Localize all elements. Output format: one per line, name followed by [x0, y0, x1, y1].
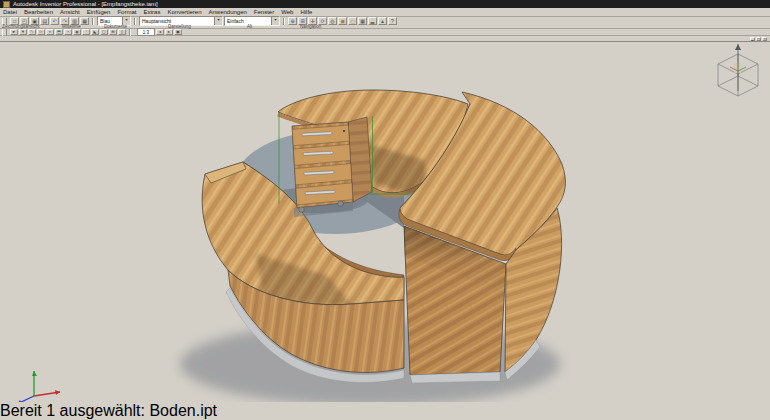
- look-at-icon[interactable]: ◎: [328, 17, 337, 25]
- update-icon[interactable]: ⟳: [37, 29, 45, 35]
- mdi-window-button[interactable]: ▁: [750, 37, 755, 41]
- mdi-window-button[interactable]: ▢: [756, 37, 761, 41]
- position-rep-value: Einfach: [227, 18, 244, 24]
- application-window: Autodesk Inventor Professional - [Empfan…: [0, 0, 770, 420]
- drawer-lock-keyhole: [343, 130, 345, 132]
- chevron-down-icon[interactable]: ▾: [271, 17, 279, 25]
- menu-item[interactable]: Datei: [3, 8, 17, 16]
- viewcube-wireframe[interactable]: [718, 44, 758, 96]
- title-bar[interactable]: Autodesk Inventor Professional - [Empfan…: [0, 0, 770, 8]
- toolbar-separator: [92, 18, 94, 25]
- hidden-edge-icon[interactable]: ◻: [348, 17, 357, 25]
- fillet-icon[interactable]: ◝: [82, 29, 90, 35]
- measure-icon[interactable]: ⌖: [46, 29, 54, 35]
- nav-next-button[interactable]: ▸: [165, 29, 173, 35]
- paste-icon[interactable]: ▦: [80, 17, 89, 25]
- reception-desk-scene[interactable]: [0, 42, 770, 402]
- viewport-3d[interactable]: ▾ ▦ Modell − Empfang.iam + Darstellu: [0, 42, 770, 402]
- extrude-icon[interactable]: ⬒: [55, 29, 63, 35]
- toolbar-separator: [129, 29, 131, 36]
- menu-item[interactable]: Ansicht: [60, 8, 80, 16]
- status-ready: Bereit: [0, 402, 42, 419]
- menu-item[interactable]: Einfügen: [87, 8, 111, 16]
- sketch-icon[interactable]: ✎: [28, 29, 36, 35]
- status-bar: Bereit 1 ausgewählt: Boden.ipt: [0, 402, 770, 420]
- menu-item[interactable]: Web: [281, 8, 293, 16]
- toolbar-captions: ZeichnungsansichtMittellinieDokumenteDar…: [0, 25, 770, 28]
- menu-item[interactable]: Bearbeiten: [24, 8, 53, 16]
- toolbar-separator: [134, 18, 136, 25]
- nav-previous-button[interactable]: ◂: [156, 29, 164, 35]
- undo-icon[interactable]: ↶: [50, 17, 59, 25]
- menu-item[interactable]: Anwendungen: [208, 8, 246, 16]
- select-icon[interactable]: ►: [10, 29, 18, 35]
- revolve-icon[interactable]: ◔: [64, 29, 72, 35]
- chevron-down-icon[interactable]: ▾: [214, 17, 222, 25]
- window-title: Autodesk Inventor Professional - [Empfan…: [13, 0, 158, 8]
- mdi-window-button[interactable]: ✕: [762, 37, 767, 41]
- menu-item[interactable]: Fenster: [254, 8, 274, 16]
- menu-item[interactable]: Hilfe: [300, 8, 312, 16]
- shell-icon[interactable]: ▢: [100, 29, 108, 35]
- camera-icon[interactable]: ▲: [378, 17, 387, 25]
- status-selection: 1 ausgewählt: Boden.ipt: [46, 402, 217, 419]
- menu-item[interactable]: Konvertieren: [167, 8, 201, 16]
- mirror-icon[interactable]: ▯: [118, 29, 126, 35]
- scale-selector[interactable]: 1:3: [137, 28, 155, 36]
- zoom-all-icon[interactable]: ⊕: [288, 17, 297, 25]
- shaded-display-icon[interactable]: ◼: [338, 17, 347, 25]
- toolbar-secondary: ►▼✎⟳⌖⬒◔◉◝◣▢⊞▯ 1:3 ◂ ▸ ▣: [0, 29, 770, 36]
- design-view-value: Hauptansicht: [142, 18, 171, 24]
- menu-item[interactable]: Extras: [143, 8, 160, 16]
- sheet-icon[interactable]: ▣: [174, 29, 182, 35]
- toolbar-grip[interactable]: [2, 29, 7, 36]
- print-icon[interactable]: ▤: [40, 17, 49, 25]
- toolbar-main: □◰▣▤↶↷▥▦ Blau▾ Hauptansicht▾ Einfach▾ ⊕⊞…: [0, 17, 770, 29]
- reception-desk-model[interactable]: [180, 90, 565, 402]
- pattern-icon[interactable]: ⊞: [109, 29, 117, 35]
- toolbar-separator: [283, 18, 285, 25]
- ground-shadow-icon[interactable]: ▃: [368, 17, 377, 25]
- chamfer-icon[interactable]: ◣: [91, 29, 99, 35]
- hole-icon[interactable]: ◉: [73, 29, 81, 35]
- app-icon: [3, 1, 10, 8]
- origin-axis-triad: [17, 371, 60, 402]
- menu-item[interactable]: Format: [117, 8, 136, 16]
- select-filter-icon[interactable]: ▼: [19, 29, 27, 35]
- wireframe-icon[interactable]: ▦: [358, 17, 367, 25]
- help-icon[interactable]: ?: [388, 17, 397, 25]
